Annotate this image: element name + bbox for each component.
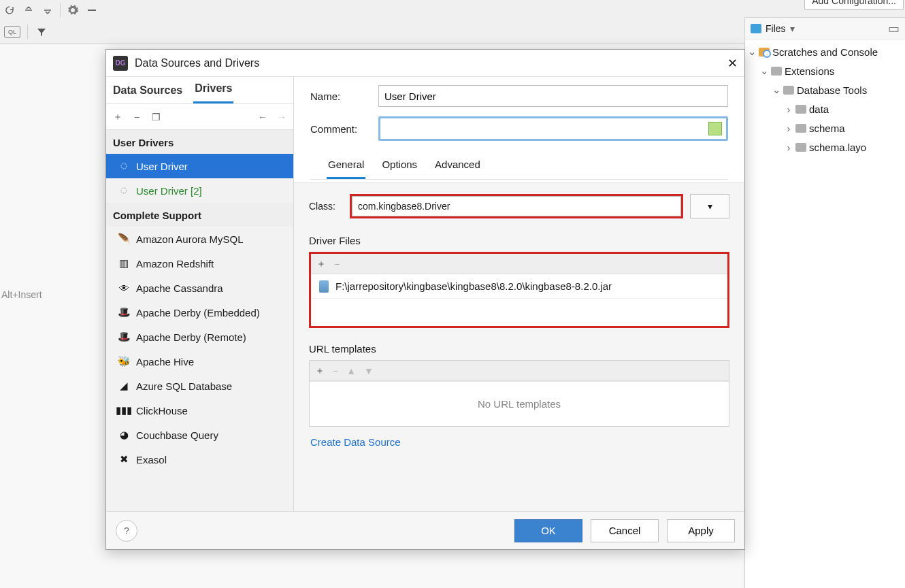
chevron-right-icon[interactable]: › (785, 142, 793, 153)
svg-point-1 (121, 163, 127, 169)
close-icon[interactable]: ✕ (727, 56, 738, 71)
driver-item[interactable]: ▮▮▮ClickHouse (106, 398, 293, 423)
form-tabs: General Options Advanced (310, 150, 728, 180)
driver-generic-icon (118, 161, 129, 172)
driver-item-label: Apache Derby (Remote) (136, 331, 246, 343)
driver-item-user-driver[interactable]: User Driver (106, 154, 293, 178)
driver-generic-icon (118, 185, 129, 196)
datagrip-icon: DG (113, 56, 128, 71)
comment-field-wrapper (378, 116, 728, 141)
remove-icon[interactable]: − (131, 112, 143, 122)
tab-advanced[interactable]: Advanced (433, 156, 482, 179)
driver-files-highlight: ＋ − F:\jarrepository\kingbase\kingbase8\… (309, 252, 729, 328)
chevron-down-icon[interactable]: ⌄ (748, 46, 756, 58)
chevron-right-icon[interactable]: › (785, 122, 793, 134)
query-icon[interactable]: QL (4, 26, 20, 38)
add-configuration-button[interactable]: Add Configuration... (804, 0, 904, 10)
tree-label: schema.layo (809, 142, 866, 153)
project-panel-header[interactable]: Files ▾ ▭ (745, 18, 905, 39)
comment-input[interactable] (380, 118, 708, 139)
move-up-icon[interactable]: ▲ (346, 365, 356, 376)
apply-button[interactable]: Apply (667, 519, 735, 542)
cancel-button[interactable]: Cancel (591, 519, 659, 542)
svg-rect-0 (88, 10, 96, 11)
class-input[interactable]: com.kingbase8.Driver (352, 196, 681, 216)
help-button[interactable]: ? (116, 520, 137, 542)
sidebar-tabs: Data Sources Drivers (106, 77, 293, 104)
dialog-footer: ? OK Cancel Apply (106, 511, 744, 549)
driver-item-user-driver-2[interactable]: User Driver [2] (106, 178, 293, 203)
class-highlight: com.kingbase8.Driver (350, 194, 683, 218)
driver-files-list[interactable]: F:\jarrepository\kingbase\kingbase8\8.2.… (311, 274, 727, 326)
expand-icon[interactable] (708, 122, 722, 135)
project-tree[interactable]: ⌄ Scratches and Console ⌄ Extensions ⌄ D… (745, 39, 905, 159)
copy-icon[interactable]: ❐ (150, 112, 162, 122)
driver-item-label: Amazon Redshift (136, 258, 214, 270)
class-dropdown-button[interactable]: ▾ (690, 194, 729, 218)
driver-name-input[interactable] (378, 85, 728, 107)
comment-label: Comment: (310, 123, 378, 135)
add-icon[interactable]: ＋ (315, 365, 325, 377)
tree-label: schema (809, 122, 845, 134)
driver-item[interactable]: 🐝Apache Hive (106, 349, 293, 374)
move-down-icon[interactable]: ▼ (364, 365, 374, 376)
name-label: Name: (310, 91, 378, 102)
driver-item-label: Apache Derby (Embedded) (136, 307, 260, 318)
tree-label: Scratches and Console (772, 46, 878, 58)
driver-item[interactable]: ▥Amazon Redshift (106, 251, 293, 276)
forward-icon[interactable]: → (276, 112, 288, 122)
chevron-right-icon[interactable]: › (785, 103, 793, 115)
filter-icon[interactable] (35, 25, 48, 39)
driver-item[interactable]: 👁Apache Cassandra (106, 276, 293, 300)
url-templates-box: ＋ − ▲ ▼ No URL templates (309, 360, 729, 427)
tree-label: Extensions (785, 65, 834, 77)
refresh-icon[interactable] (3, 3, 16, 17)
url-toolbar: ＋ − ▲ ▼ (310, 361, 729, 381)
cassandra-icon: 👁 (118, 282, 129, 293)
user-drivers-header: User Drivers (106, 130, 293, 154)
jar-path: F:\jarrepository\kingbase\kingbase8\8.2.… (335, 280, 612, 292)
chevron-down-icon[interactable]: ⌄ (772, 84, 780, 96)
driver-sidebar: Data Sources Drivers ＋ − ❐ ← → User Driv… (106, 77, 294, 511)
driver-list[interactable]: User Drivers User Driver User Driver [2]… (106, 130, 293, 511)
driver-item[interactable]: ✖Exasol (106, 447, 293, 472)
files-dropdown-label: Files (766, 23, 786, 34)
dialog-title: Data Sources and Drivers (135, 57, 259, 69)
expand-icon[interactable] (41, 3, 54, 17)
derby-icon: 🎩 (118, 307, 129, 318)
remove-icon[interactable]: − (334, 259, 340, 270)
folder-icon (795, 105, 806, 114)
derby-icon: 🎩 (118, 331, 129, 342)
remove-icon[interactable]: − (333, 365, 338, 376)
create-data-source-link[interactable]: Create Data Source (309, 427, 729, 448)
driver-item-label: Azure SQL Database (136, 380, 232, 392)
hive-icon: 🐝 (118, 356, 129, 367)
tab-general[interactable]: General (327, 156, 365, 179)
add-icon[interactable]: ＋ (316, 258, 326, 270)
class-value: com.kingbase8.Driver (358, 201, 450, 212)
driver-item[interactable]: 🎩Apache Derby (Embedded) (106, 300, 293, 325)
driver-form: Name: Comment: General Options Advanced (294, 77, 744, 511)
ok-button[interactable]: OK (514, 519, 582, 542)
data-sources-dialog: DG Data Sources and Drivers ✕ Data Sourc… (105, 49, 745, 550)
open-icon[interactable]: ▭ (888, 21, 900, 36)
driver-item[interactable]: ◢Azure SQL Database (106, 374, 293, 398)
jar-file-row[interactable]: F:\jarrepository\kingbase\kingbase8\8.2.… (311, 274, 727, 299)
folder-icon (783, 86, 794, 95)
gear-icon[interactable] (66, 3, 80, 17)
files-icon (751, 24, 761, 33)
couchbase-icon: ◕ (118, 429, 129, 440)
tree-label: Database Tools (797, 84, 867, 96)
collapse-icon[interactable] (22, 3, 35, 17)
tab-drivers[interactable]: Drivers (193, 77, 233, 103)
chevron-down-icon[interactable]: ⌄ (760, 65, 768, 77)
tab-data-sources[interactable]: Data Sources (112, 79, 184, 103)
driver-item[interactable]: 🪶Amazon Aurora MySQL (106, 227, 293, 251)
add-icon[interactable]: ＋ (112, 111, 124, 123)
tab-options[interactable]: Options (380, 156, 418, 179)
files-toolbar: ＋ − (311, 254, 727, 274)
driver-item[interactable]: 🎩Apache Derby (Remote) (106, 325, 293, 349)
minimize-icon[interactable] (85, 3, 99, 17)
back-icon[interactable]: ← (257, 112, 269, 122)
driver-item[interactable]: ◕Couchbase Query (106, 423, 293, 447)
